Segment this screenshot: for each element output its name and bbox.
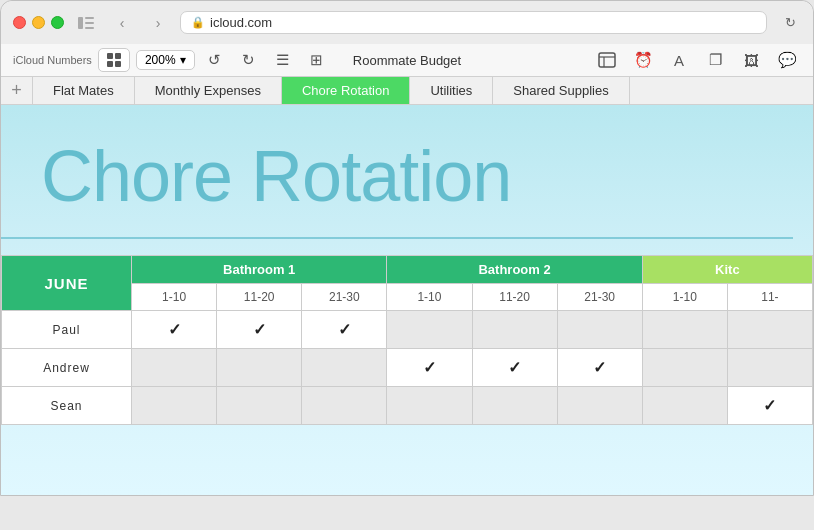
andrew-b2-3[interactable]: ✓ [557, 349, 642, 387]
title-bar: ‹ › 🔒 icloud.com ↻ [1, 1, 813, 44]
text-button[interactable]: A [665, 48, 693, 72]
redo-button[interactable]: ↻ [235, 48, 263, 72]
paul-b1-3[interactable]: ✓ [302, 311, 387, 349]
reload-button[interactable]: ↻ [779, 12, 801, 34]
paul-b2-2[interactable] [472, 311, 557, 349]
browser-window: ‹ › 🔒 icloud.com ↻ iCloud Numbers 200% [0, 0, 814, 496]
tab-shared-supplies[interactable]: Shared Supplies [493, 77, 629, 104]
sean-b1-2[interactable] [217, 387, 302, 425]
add-sheet-button[interactable]: + [1, 77, 33, 104]
chart-button[interactable]: ⏰ [629, 48, 657, 72]
paul-b2-1[interactable] [387, 311, 472, 349]
andrew-b1-1[interactable] [132, 349, 217, 387]
andrew-name: Andrew [2, 349, 132, 387]
andrew-b1-2[interactable] [217, 349, 302, 387]
andrew-b2-1[interactable]: ✓ [387, 349, 472, 387]
kitchen-header: Kitc [642, 256, 812, 284]
paul-k-1[interactable] [642, 311, 727, 349]
minimize-button[interactable] [32, 16, 45, 29]
paul-k-2[interactable] [727, 311, 812, 349]
sidebar-toggle-button[interactable] [72, 12, 100, 34]
tab-monthly-expenses[interactable]: Monthly Expenses [135, 77, 282, 104]
sean-b1-1[interactable] [132, 387, 217, 425]
date-21-30-b1: 21-30 [302, 284, 387, 311]
svg-rect-2 [85, 22, 94, 24]
bathroom2-header: Bathroom 2 [387, 256, 642, 284]
fullscreen-button[interactable] [51, 16, 64, 29]
sean-k-2[interactable]: ✓ [727, 387, 812, 425]
date-21-30-b2: 21-30 [557, 284, 642, 311]
table-row: Paul ✓ ✓ ✓ [2, 311, 813, 349]
comment-button[interactable]: 💬 [773, 48, 801, 72]
back-button[interactable]: ‹ [108, 12, 136, 34]
url-text: icloud.com [210, 15, 272, 30]
sean-b2-1[interactable] [387, 387, 472, 425]
image-button[interactable]: 🖼 [737, 48, 765, 72]
list-view-button[interactable]: ☰ [269, 48, 297, 72]
svg-rect-0 [78, 17, 83, 29]
main-content: Chore Rotation JUNE Bathroom 1 Bathroom … [1, 105, 813, 495]
page-title: Chore Rotation [1, 105, 813, 237]
table-row: Sean ✓ [2, 387, 813, 425]
tab-chore-rotation[interactable]: Chore Rotation [282, 77, 410, 104]
app-toolbar: iCloud Numbers 200% ▾ ↺ ↻ ☰ ⊞ Roommate B… [1, 44, 813, 77]
chore-table: JUNE Bathroom 1 Bathroom 2 Kitc 1-10 [1, 255, 813, 425]
sean-name: Sean [2, 387, 132, 425]
andrew-b1-3[interactable] [302, 349, 387, 387]
tab-flat-mates[interactable]: Flat Mates [33, 77, 135, 104]
document-title: Roommate Budget [353, 53, 461, 68]
table-toggle-button[interactable] [98, 48, 130, 72]
svg-rect-1 [85, 17, 94, 19]
forward-button[interactable]: › [144, 12, 172, 34]
andrew-b2-2[interactable]: ✓ [472, 349, 557, 387]
bathroom1-header: Bathroom 1 [132, 256, 387, 284]
table-wrapper: JUNE Bathroom 1 Bathroom 2 Kitc 1-10 [1, 239, 813, 425]
table-button[interactable] [593, 48, 621, 72]
tab-bar: + Flat Mates Monthly Expenses Chore Rota… [1, 77, 813, 105]
date-11-20-b1: 11-20 [217, 284, 302, 311]
paul-b1-2[interactable]: ✓ [217, 311, 302, 349]
sean-k-1[interactable] [642, 387, 727, 425]
close-button[interactable] [13, 16, 26, 29]
sean-b2-2[interactable] [472, 387, 557, 425]
andrew-k-2[interactable] [727, 349, 812, 387]
paul-name: Paul [2, 311, 132, 349]
tab-utilities[interactable]: Utilities [410, 77, 493, 104]
month-header: JUNE [2, 256, 132, 311]
header-row: JUNE Bathroom 1 Bathroom 2 Kitc [2, 256, 813, 284]
shape-button[interactable]: ❐ [701, 48, 729, 72]
date-1-10-k: 1-10 [642, 284, 727, 311]
toolbar-left: iCloud Numbers 200% ▾ ↺ ↻ ☰ ⊞ [13, 48, 331, 72]
date-11-20-b2: 11-20 [472, 284, 557, 311]
zoom-arrow: ▾ [180, 53, 186, 67]
app-info: iCloud Numbers [13, 54, 92, 66]
svg-rect-3 [85, 27, 94, 29]
date-1-10-b1: 1-10 [132, 284, 217, 311]
grid-view-button[interactable]: ⊞ [303, 48, 331, 72]
svg-rect-7 [115, 61, 121, 67]
sean-b1-3[interactable] [302, 387, 387, 425]
svg-rect-4 [107, 53, 113, 59]
app-name: iCloud Numbers [13, 54, 92, 66]
svg-rect-5 [115, 53, 121, 59]
svg-rect-6 [107, 61, 113, 67]
toolbar-right: ⏰ A ❐ 🖼 💬 [593, 48, 801, 72]
url-bar[interactable]: 🔒 icloud.com [180, 11, 767, 34]
paul-b1-1[interactable]: ✓ [132, 311, 217, 349]
svg-rect-8 [599, 53, 615, 67]
sean-b2-3[interactable] [557, 387, 642, 425]
zoom-control[interactable]: 200% ▾ [136, 50, 195, 70]
undo-button[interactable]: ↺ [201, 48, 229, 72]
andrew-k-1[interactable] [642, 349, 727, 387]
date-1-10-b2: 1-10 [387, 284, 472, 311]
table-row: Andrew ✓ ✓ ✓ [2, 349, 813, 387]
date-11-k: 11- [727, 284, 812, 311]
paul-b2-3[interactable] [557, 311, 642, 349]
lock-icon: 🔒 [191, 16, 205, 29]
traffic-lights [13, 16, 64, 29]
zoom-level: 200% [145, 53, 176, 67]
